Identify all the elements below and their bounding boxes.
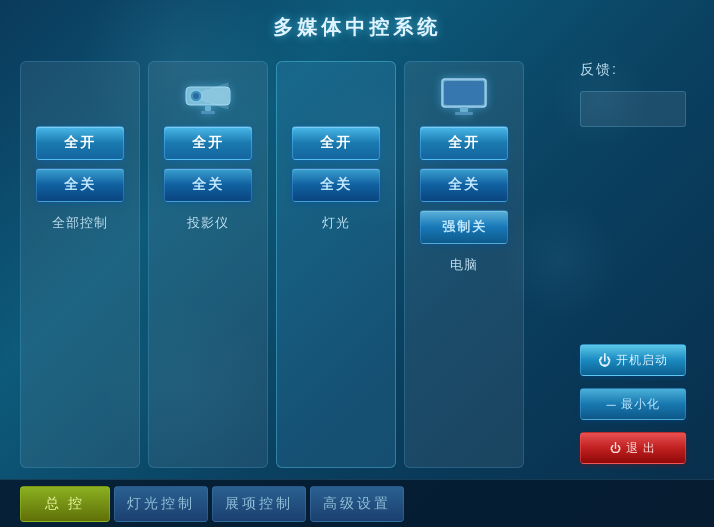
power-icon: ⏻ bbox=[598, 353, 612, 368]
all-control-label: 全部控制 bbox=[52, 214, 108, 232]
computer-on-button[interactable]: 全开 bbox=[420, 126, 508, 160]
minimize-icon: ─ bbox=[606, 397, 616, 412]
projector-icon bbox=[182, 74, 234, 118]
projector-on-button[interactable]: 全开 bbox=[164, 126, 252, 160]
panel-lights: 全开 全关 灯光 bbox=[276, 61, 396, 468]
svg-rect-10 bbox=[455, 112, 473, 115]
computer-off-button[interactable]: 全关 bbox=[420, 168, 508, 202]
tab-exhibition[interactable]: 展项控制 bbox=[212, 486, 306, 522]
sidebar: 反馈: ⏻ 开机启动 ─ 最小化 ⏻ 退 出 bbox=[564, 61, 694, 468]
svg-rect-5 bbox=[201, 111, 215, 114]
tab-advanced-label: 高级设置 bbox=[323, 495, 391, 513]
minimize-label: 最小化 bbox=[621, 396, 660, 413]
lights-off-button[interactable]: 全关 bbox=[292, 168, 380, 202]
tab-advanced[interactable]: 高级设置 bbox=[310, 486, 404, 522]
computer-label: 电脑 bbox=[450, 256, 478, 274]
page-title: 多媒体中控系统 bbox=[0, 0, 714, 51]
panel-projector: 全开 全关 投影仪 bbox=[148, 61, 268, 468]
startup-button[interactable]: ⏻ 开机启动 bbox=[580, 344, 686, 376]
monitor-icon bbox=[439, 74, 489, 118]
exit-label: 退 出 bbox=[626, 440, 656, 457]
tab-lights-label: 灯光控制 bbox=[127, 495, 195, 513]
tab-exhibition-label: 展项控制 bbox=[225, 495, 293, 513]
computer-force-off-button[interactable]: 强制关 bbox=[420, 210, 508, 244]
all-control-off-button[interactable]: 全关 bbox=[36, 168, 124, 202]
lights-on-button[interactable]: 全开 bbox=[292, 126, 380, 160]
all-control-on-button[interactable]: 全开 bbox=[36, 126, 124, 160]
control-panels: 全开 全关 全部控制 全开 bbox=[20, 61, 564, 468]
svg-point-3 bbox=[193, 93, 199, 99]
feedback-label: 反馈: bbox=[580, 61, 694, 79]
exit-icon: ⏻ bbox=[610, 442, 622, 454]
tab-bar: 总 控 灯光控制 展项控制 高级设置 bbox=[0, 479, 714, 527]
svg-rect-4 bbox=[205, 105, 211, 111]
startup-label: 开机启动 bbox=[616, 352, 668, 369]
projector-off-button[interactable]: 全关 bbox=[164, 168, 252, 202]
minimize-button[interactable]: ─ 最小化 bbox=[580, 388, 686, 420]
feedback-display bbox=[580, 91, 686, 127]
lights-label: 灯光 bbox=[322, 214, 350, 232]
exit-button[interactable]: ⏻ 退 出 bbox=[580, 432, 686, 464]
panel-all-control: 全开 全关 全部控制 bbox=[20, 61, 140, 468]
svg-rect-8 bbox=[444, 81, 484, 105]
tab-general[interactable]: 总 控 bbox=[20, 486, 110, 522]
tab-lights[interactable]: 灯光控制 bbox=[114, 486, 208, 522]
panel-computer: 全开 全关 强制关 电脑 bbox=[404, 61, 524, 468]
projector-label: 投影仪 bbox=[187, 214, 229, 232]
tab-general-label: 总 控 bbox=[45, 495, 86, 513]
svg-rect-9 bbox=[460, 107, 468, 112]
